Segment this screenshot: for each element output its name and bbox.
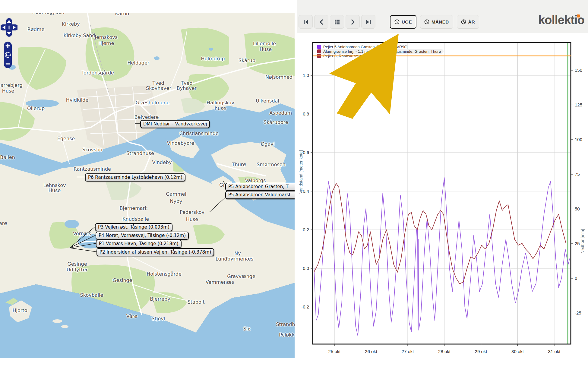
period-button-måned[interactable]: MÅNED [420,15,453,29]
map-place-label: Tordensgårde [81,70,114,76]
map-place-label: Skovsbo [82,147,102,153]
map-place-label: Kirkeby [62,21,80,27]
nav-skip-start-button[interactable] [299,15,313,29]
period-group: UGEMÅNEDÅR [390,15,479,29]
nav-chevron-left-button[interactable] [314,15,328,29]
map-place-label: Øgavl [261,141,275,147]
axis-tick-label: 0.2 [303,227,309,232]
map-place-label: Vornæs [73,231,91,236]
map-place-label: Vårø [126,313,137,319]
map-place-label: Gesinge [67,261,87,267]
map-place-label: Bjerreby [150,296,170,302]
axis-tick-label: 0.0 [303,266,309,271]
list-icon [334,18,341,26]
axis-tick-label: 28 okt [438,349,451,354]
map-place-label: Skovhaver [146,85,171,91]
map-place-label: Holstensgårde [147,271,181,277]
map-marker-label[interactable]: P3 Vejlen øst, Tåsinge (0.093m) [95,223,172,231]
map-place-label: Thurø [232,162,246,167]
map-place-label: Ulkensdal [256,98,279,104]
map-place-label: Ollerup [27,106,45,111]
right-axis-title: Nedbør [mm] [580,229,585,254]
legend-item: Pejler 5 Anløbsbroen Grasten, Thurø [m D… [317,45,444,49]
clock-icon [394,19,400,24]
map-place-label: Siø [243,326,251,332]
map-pan-control[interactable] [1,18,17,37]
map-marker-label[interactable]: DMI Nedbør – Vandværksvej [140,120,210,128]
map-place-label: Stabolt [188,299,205,305]
map-marker-label[interactable]: P5 Anløbsbroen Valdemarsl [225,191,295,199]
map-place-label: Holmdrup [201,56,225,62]
map-marker-label[interactable]: P1 Vornæs Havn, Tåsinge (0.218m) [96,240,182,248]
skip-end-icon [365,18,372,26]
axis-tick-label: 27 okt [402,349,414,354]
map-place-label: Belvedere [134,114,159,120]
axis-tick-label: 1.0 [303,73,309,78]
app-window: RødmegydenKirkebyRødmeKarudKirkeby SandJ… [0,0,588,392]
axis-tick-label: 0.4 [303,188,309,194]
axis-tick-label: 25 okt [328,349,341,354]
map-place-label: arø [0,220,7,226]
map-place-label: Rødme [27,27,45,32]
map-place-label: Jernskovs [95,34,118,40]
toolbar: UGEMÅNEDÅR kollektio [297,0,588,33]
map-place-label: Rantzausminde [74,166,111,172]
axis-tick-label: 26 okt [365,349,378,354]
map-place-label: Lundby [216,256,233,262]
axis-tick-label: 0.8 [303,111,309,116]
period-button-label: UGE [402,19,412,24]
chevron-right-icon [349,18,356,26]
clock-icon [424,19,429,24]
map-place-label: Nyby [170,198,182,204]
legend-label: Alarmgrænse høj: - 1.1 meter kote, Rantz… [323,49,441,54]
map-place-label: Lillemølle [253,41,276,46]
map-place-label: Huse [186,217,198,222]
timeseries-chart[interactable]: 1.00.80.60.40.20.0-0.21501251007550250-2… [297,33,588,392]
map-marker-label[interactable]: P4 Noret, Vornæsvej, Tåsinge (-0.12m) [96,232,189,240]
period-button-år[interactable]: ÅR [457,15,479,29]
series-line [314,183,566,284]
map-marker-label[interactable]: P5 Anløbsbroen Grasten, T [225,183,295,191]
axis-tick-label: 100 [575,137,582,142]
axis-tick-label: 30 okt [511,349,524,354]
map-place-label: Udflytter [67,267,88,273]
nav-chevron-right-button[interactable] [346,15,360,29]
series-line [314,178,570,336]
map-place-label: Pederskov [180,209,204,215]
period-button-uge[interactable]: UGE [390,15,416,29]
map-place-label: Vindeby [152,160,172,165]
map-place-label: Stjovl [152,316,165,321]
legend-label: Pejler 5 Anløbsbroen Grasten, Thurø [m D… [323,45,407,49]
skip-start-icon [302,18,309,26]
map-place-label: Aspedam [270,110,292,116]
axis-tick-label: 150 [575,68,582,73]
map-place-label: Nøjsomhed [265,74,292,80]
map-place-label: Hjørne [98,40,114,46]
map-zoom-bar[interactable] [4,42,12,68]
map-place-label: Valborgs [245,178,266,183]
map-place-label: harrebjerg [0,82,23,88]
map-place-label: Strandh [276,321,295,327]
map-place-label: Huse [260,46,272,52]
map-place-label: Skårupøre [264,119,288,125]
map-place-label: huse [215,106,226,111]
brand-logo: kollektio [538,13,584,27]
nav-list-button[interactable] [330,15,344,29]
map-panel[interactable]: RødmegydenKirkebyRødmeKarudKirkeby SandJ… [0,13,295,358]
period-button-label: ÅR [468,19,475,24]
map-marker-label[interactable]: P6 Rantzausminde Lystbådehavn (0.12m) [85,173,185,182]
map-place-label: Smørmosen [257,162,286,167]
map-place-label: Bjernemark [120,205,148,211]
map-place-label: Karud [115,13,129,17]
legend-swatch [317,49,321,53]
map-marker-label[interactable]: P2 Indersiden af slusen Vejlen, Tåsinge … [96,248,214,256]
chart-card[interactable]: 1.00.80.60.40.20.0-0.21501251007550250-2… [297,33,588,392]
map-place-label: Gravvænge [227,273,255,279]
axis-tick-label: -0.2 [301,304,309,309]
nav-skip-end-button[interactable] [361,15,375,29]
map-place-label: Huse [2,88,14,94]
axis-tick-label: 75 [575,172,580,177]
logo-orange-dot [577,14,580,17]
clock-icon [461,19,466,24]
alarm-threshold-line [313,55,571,56]
